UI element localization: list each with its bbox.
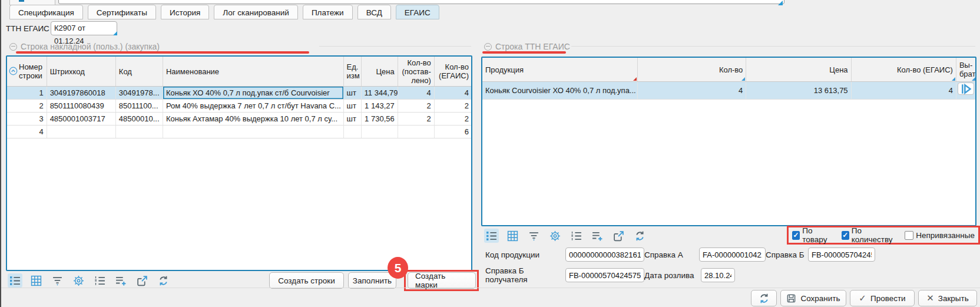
invoice-cell[interactable]: Ром 40% выдержка 7 лет 0,7 л ст/бут Hava… <box>163 100 343 113</box>
invoice-cell[interactable] <box>47 126 115 138</box>
invoice-cell[interactable]: 1 <box>7 87 47 100</box>
invoice-col-header-5[interactable]: Цена <box>361 57 398 87</box>
checkbox-icon[interactable]: ✓ <box>792 231 800 240</box>
refresh-button[interactable] <box>751 290 777 306</box>
create-rows-button[interactable]: Создать строки <box>269 272 344 289</box>
collapse-icon[interactable] <box>484 43 492 51</box>
invoice-col-header-3[interactable]: Наименование <box>163 57 343 87</box>
invoice-cell[interactable]: 2 <box>434 100 472 113</box>
invoice-cell[interactable]: 48500010... <box>115 113 163 126</box>
ttn-col-header-4[interactable]: Вы- брат <box>956 58 976 82</box>
invoice-cell[interactable]: 2 <box>7 100 47 113</box>
invoice-cell[interactable]: шт <box>343 100 361 113</box>
add-rows-icon[interactable] <box>114 273 128 288</box>
product-code-input[interactable] <box>565 247 644 262</box>
invoice-cell[interactable]: Коньяк ХО 40% 0,7 л под.упак ст/б Courvo… <box>163 87 343 100</box>
invoice-cell[interactable] <box>398 126 434 138</box>
filter-checkbox-by-quantity[interactable]: ✓По количеству <box>842 226 898 244</box>
invoice-cell[interactable] <box>163 126 343 138</box>
invoice-col-header-4[interactable]: Ед. изм <box>343 57 361 87</box>
invoice-cell[interactable]: 1 143,27 <box>361 100 398 113</box>
fill-button[interactable]: Заполнить <box>348 272 396 289</box>
collapse-icon[interactable] <box>9 43 17 51</box>
invoice-col-header-0[interactable]: Номер строки <box>7 57 47 87</box>
invoice-cell[interactable]: 2 <box>398 113 434 126</box>
numbered-list-icon[interactable] <box>92 273 107 288</box>
invoice-cell[interactable]: 85011100... <box>115 100 163 113</box>
gear-icon[interactable] <box>548 229 562 243</box>
table-grid-icon[interactable] <box>29 273 44 288</box>
ttn-cell[interactable]: 4 <box>637 82 746 100</box>
gear-icon[interactable] <box>71 273 86 288</box>
invoice-cell[interactable]: 4 <box>7 126 47 138</box>
invoice-row-4[interactable]: 46 <box>7 126 472 138</box>
invoice-cell[interactable]: шт <box>343 113 361 126</box>
invoice-cell[interactable]: 4850001003717 <box>47 113 115 126</box>
top-input[interactable] <box>58 0 784 4</box>
invoice-row-3[interactable]: 3485000100371748500010...Коньяк Ахтамар … <box>7 113 472 126</box>
tab-history[interactable]: История <box>161 5 209 19</box>
save-button[interactable]: Сохранить <box>780 290 846 306</box>
invoice-cell[interactable]: 3 <box>7 113 47 126</box>
invoice-cell[interactable]: 2 <box>398 100 434 113</box>
invoice-col-header-1[interactable]: Штрихкод <box>47 57 115 87</box>
filter-checkbox-by-product[interactable]: ✓По товару <box>792 226 835 244</box>
invoice-cell[interactable]: 3049197860018 <box>47 87 115 100</box>
tab-certificates[interactable]: Сертификаты <box>88 5 156 19</box>
invoice-cell[interactable]: 1 730,56 <box>361 113 398 126</box>
ttn-cell[interactable]: 4 <box>851 82 956 100</box>
open-in-new-icon[interactable] <box>611 229 626 243</box>
invoice-cell[interactable] <box>115 126 163 138</box>
invoice-cell[interactable]: Коньяк Ахтамар 40% выдержка 10 лет 0,7 л… <box>163 113 343 126</box>
filter-icon[interactable] <box>527 229 541 243</box>
invoice-cell[interactable]: 11 344,79 <box>361 87 398 100</box>
tab-scan-log[interactable]: Лог сканирований <box>214 5 298 19</box>
resize-handle-icon[interactable] <box>778 1 783 5</box>
invoice-cell[interactable]: 8501110080439 <box>47 100 115 113</box>
invoice-cell[interactable]: 4 <box>434 87 472 100</box>
ttn-cell[interactable]: Коньяк Courvoisier ХО 40% 0,7 л под.упа.… <box>482 82 637 100</box>
refresh-icon[interactable] <box>156 273 171 288</box>
ttn-row-1[interactable]: Коньяк Courvoisier ХО 40% 0,7 л под.упа.… <box>482 82 976 100</box>
spravka-b-recipient-input[interactable] <box>565 268 644 282</box>
ttn-col-header-1[interactable]: Кол-во <box>637 58 746 82</box>
tab-specification[interactable]: Спецификация <box>9 5 83 19</box>
ttn-col-header-3[interactable]: Кол-во (ЕГАИС) <box>851 58 956 82</box>
refresh-icon[interactable] <box>633 229 647 243</box>
ttn-cell[interactable]: 13 613,75 <box>746 82 851 100</box>
invoice-row-1[interactable]: 1304919786001830491978...Коньяк ХО 40% 0… <box>7 87 472 100</box>
table-grid-icon[interactable] <box>505 229 520 243</box>
invoice-cell[interactable]: 6 <box>434 126 472 138</box>
filter-checkbox-unlinked[interactable]: Непривязанные <box>905 231 975 240</box>
ttn-egais-input[interactable]: К2907 от 01.12.24 <box>51 21 117 35</box>
spravka-a-input[interactable] <box>699 247 766 262</box>
tab-egais[interactable]: ЕГАИС <box>396 5 439 19</box>
tab-vsd[interactable]: ВСД <box>357 5 391 19</box>
invoice-row-2[interactable]: 2850111008043985011100...Ром 40% выдержк… <box>7 100 472 113</box>
add-rows-icon[interactable] <box>590 229 605 243</box>
invoice-col-header-2[interactable]: Код <box>115 57 163 87</box>
invoice-cell[interactable] <box>343 126 361 138</box>
ttn-col-header-2[interactable]: Цена <box>746 58 851 82</box>
invoice-cell[interactable]: шт <box>343 87 361 100</box>
checkbox-icon[interactable]: ✓ <box>842 231 849 240</box>
checkbox-icon[interactable] <box>905 231 913 240</box>
invoice-col-header-7[interactable]: Кол-во (ЕГАИС) <box>434 57 472 87</box>
invoice-cell[interactable]: 30491978... <box>115 87 163 100</box>
invoice-col-header-6[interactable]: Кол-во (постав- лено) <box>398 57 434 87</box>
close-button[interactable]: ✕Закрыть <box>918 290 977 306</box>
post-button[interactable]: ✓Провести <box>850 290 915 306</box>
numbered-list-icon[interactable] <box>569 229 584 243</box>
ttn-col-header-0[interactable]: Продукция <box>482 58 637 82</box>
open-in-new-icon[interactable] <box>135 273 150 288</box>
invoice-cell[interactable]: 4 <box>398 87 434 100</box>
list-settings-icon[interactable] <box>8 273 22 288</box>
tab-payments[interactable]: Платежи <box>303 5 353 19</box>
spravka-b-input[interactable] <box>808 247 875 262</box>
filter-icon[interactable] <box>50 273 65 288</box>
bottling-date-input[interactable] <box>701 268 735 282</box>
step-into-icon[interactable] <box>958 82 974 95</box>
invoice-cell[interactable]: 2 <box>434 113 472 126</box>
invoice-cell[interactable] <box>361 126 398 138</box>
list-settings-icon[interactable] <box>484 229 499 243</box>
